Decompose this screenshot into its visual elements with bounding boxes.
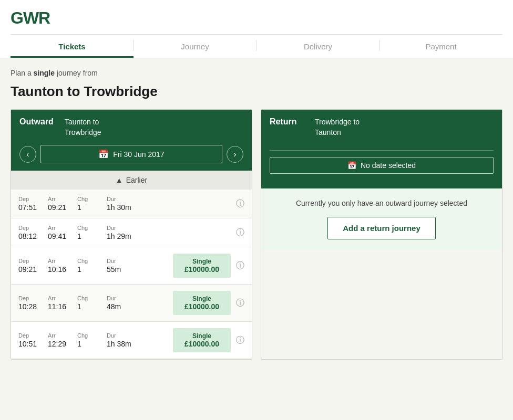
arr-label: Arr (48, 295, 69, 301)
step-payment[interactable]: Payment (379, 35, 502, 58)
return-route-line2: Taunton (315, 128, 341, 136)
earlier-bar[interactable]: ▲ Earlier (11, 171, 252, 190)
price-value: £10000.00 (180, 340, 223, 348)
return-notice: Currently you only have an outward journ… (270, 199, 494, 207)
chg-field: Chg 1 (77, 332, 98, 348)
dep-field: Dep 10:51 (18, 332, 39, 348)
logo: GWR (11, 8, 50, 28)
price-cell[interactable]: Single £10000.00 (173, 254, 231, 278)
steps-nav: Tickets Journey Delivery Payment (11, 34, 502, 58)
dep-label: Dep (18, 258, 39, 264)
price-cell[interactable]: Single £10000.00 (173, 291, 231, 315)
info-icon[interactable]: ⓘ (236, 298, 244, 309)
return-panel: Return Trowbridge to Taunton 📅 No date s… (261, 109, 502, 360)
outward-prev-btn[interactable]: ‹ (19, 146, 36, 163)
dur-value: 1h 30m (107, 203, 131, 212)
arr-value: 11:16 (48, 302, 69, 311)
dur-field: Dur 48m (107, 295, 128, 311)
outward-header: Outward Taunton to Trowbridge (11, 110, 252, 145)
arr-value: 09:41 (48, 232, 69, 240)
dep-value: 09:21 (18, 265, 39, 274)
arr-value: 12:29 (48, 340, 69, 348)
intro-emphasis: single (34, 69, 55, 77)
chg-label: Chg (77, 332, 98, 339)
outward-panel: Outward Taunton to Trowbridge ‹ 📅 Fri 30… (11, 109, 252, 360)
dur-field: Dur 55m (107, 258, 128, 274)
chg-field: Chg 1 (77, 295, 98, 311)
dur-field: Dur 1h 38m (107, 332, 131, 348)
dep-field: Dep 08:12 (18, 225, 39, 240)
dep-field: Dep 10:28 (18, 295, 39, 311)
price-value: £10000.00 (180, 302, 223, 311)
table-row[interactable]: Dep 10:28 Arr 11:16 Chg 1 Dur (11, 285, 252, 322)
page-content: Plan a single journey from Taunton to Tr… (0, 58, 513, 370)
train-info: Dep 10:28 Arr 11:16 Chg 1 Dur (18, 295, 173, 311)
step-tickets[interactable]: Tickets (11, 35, 134, 58)
return-route-line1: Trowbridge to (315, 118, 360, 126)
dur-label: Dur (107, 332, 131, 339)
outward-route: Taunton to Trowbridge (65, 117, 101, 138)
dep-field: Dep 07:51 (18, 196, 39, 212)
table-row[interactable]: Dep 07:51 Arr 09:21 Chg 1 Dur (11, 190, 252, 218)
dep-value: 07:51 (18, 203, 39, 212)
no-date-label: No date selected (361, 161, 416, 170)
chg-value: 1 (77, 340, 98, 348)
dur-field: Dur 1h 30m (107, 196, 131, 212)
return-route: Trowbridge to Taunton (315, 117, 360, 138)
divider (270, 150, 494, 151)
info-icon[interactable]: ⓘ (236, 260, 244, 271)
return-date-bar: 📅 No date selected (261, 145, 502, 188)
chg-label: Chg (77, 258, 98, 264)
dur-label: Dur (107, 196, 131, 202)
outward-date-btn[interactable]: 📅 Fri 30 Jun 2017 (40, 145, 222, 163)
price-cell[interactable]: Single £10000.00 (173, 328, 231, 352)
header: GWR Tickets Journey Delivery Payment (0, 0, 513, 58)
outward-route-line2: Trowbridge (65, 128, 101, 136)
outward-date-label: Fri 30 Jun 2017 (113, 150, 164, 159)
price-label: Single (180, 295, 223, 302)
dep-value: 10:51 (18, 340, 39, 348)
arr-field: Arr 11:16 (48, 295, 69, 311)
chg-label: Chg (77, 295, 98, 301)
chg-field: Chg 1 (77, 196, 98, 212)
arr-value: 10:16 (48, 265, 69, 274)
dep-label: Dep (18, 225, 39, 231)
dur-value: 55m (107, 265, 128, 274)
info-icon[interactable]: ⓘ (236, 198, 244, 209)
arr-field: Arr 09:21 (48, 196, 69, 212)
dep-label: Dep (18, 332, 39, 339)
panels: Outward Taunton to Trowbridge ‹ 📅 Fri 30… (11, 109, 502, 360)
outward-date-bar: ‹ 📅 Fri 30 Jun 2017 › (11, 145, 252, 171)
journey-title: Taunton to Trowbridge (11, 83, 502, 100)
step-journey[interactable]: Journey (134, 35, 256, 58)
arr-field: Arr 12:29 (48, 332, 69, 348)
intro-prefix: Plan a (11, 69, 34, 77)
info-icon[interactable]: ⓘ (236, 335, 244, 346)
no-date-btn[interactable]: 📅 No date selected (270, 157, 494, 174)
dur-label: Dur (107, 295, 128, 301)
dep-label: Dep (18, 196, 39, 202)
table-row[interactable]: Dep 08:12 Arr 09:41 Chg 1 Dur (11, 218, 252, 247)
chg-field: Chg 1 (77, 258, 98, 274)
outward-route-line1: Taunton to (65, 118, 99, 126)
journey-intro: Plan a single journey from (11, 69, 502, 77)
table-row[interactable]: Dep 09:21 Arr 10:16 Chg 1 Dur (11, 247, 252, 285)
dur-value: 48m (107, 302, 128, 311)
dur-label: Dur (107, 258, 128, 264)
arr-label: Arr (48, 225, 69, 231)
outward-next-btn[interactable]: › (227, 146, 243, 163)
chg-field: Chg 1 (77, 225, 98, 240)
chg-value: 1 (77, 232, 98, 240)
price-value: £10000.00 (180, 265, 223, 274)
price-label: Single (180, 258, 223, 265)
arr-label: Arr (48, 258, 69, 264)
table-row[interactable]: Dep 10:51 Arr 12:29 Chg 1 Dur (11, 322, 252, 359)
add-return-button[interactable]: Add a return journey (327, 217, 436, 239)
arr-label: Arr (48, 332, 69, 339)
step-delivery[interactable]: Delivery (256, 35, 379, 58)
chg-value: 1 (77, 302, 98, 311)
info-icon[interactable]: ⓘ (236, 227, 244, 238)
train-info: Dep 08:12 Arr 09:41 Chg 1 Dur (18, 225, 231, 240)
price-label: Single (180, 332, 223, 340)
arr-label: Arr (48, 196, 69, 202)
